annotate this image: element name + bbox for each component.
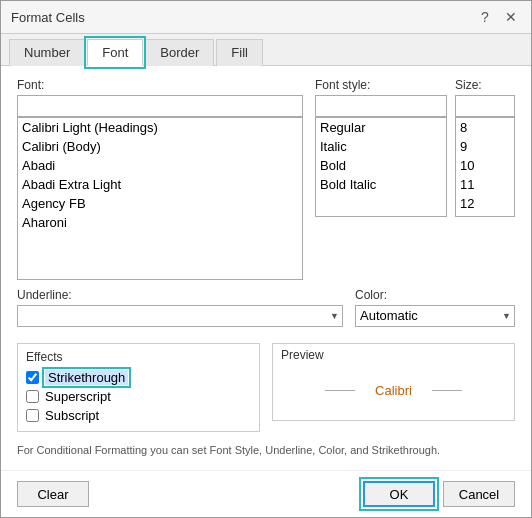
- font-style-list[interactable]: Regular Italic Bold Bold Italic: [315, 117, 447, 217]
- style-item[interactable]: Regular: [316, 118, 446, 137]
- effects-column: Effects Strikethrough Superscript Subscr…: [17, 335, 260, 432]
- tab-content: Font: Calibri Light (Headings) Calibri (…: [1, 66, 531, 470]
- size-item[interactable]: 10: [456, 156, 514, 175]
- preview-text: Calibri: [375, 383, 412, 398]
- underline-label: Underline:: [17, 288, 343, 302]
- tab-fill[interactable]: Fill: [216, 39, 263, 66]
- tab-border[interactable]: Border: [145, 39, 214, 66]
- dialog-title: Format Cells: [11, 10, 85, 25]
- size-input[interactable]: [455, 95, 515, 117]
- font-item[interactable]: Abadi Extra Light: [18, 175, 302, 194]
- cancel-button[interactable]: Cancel: [443, 481, 515, 507]
- style-size-top: Font style: Regular Italic Bold Bold Ita…: [315, 78, 515, 217]
- button-row: Clear OK Cancel: [1, 470, 531, 517]
- font-style-label: Font style:: [315, 78, 447, 92]
- info-text: For Conditional Formatting you can set F…: [17, 442, 515, 459]
- strikethrough-row: Strikethrough: [26, 368, 251, 387]
- tab-number[interactable]: Number: [9, 39, 85, 66]
- underline-color-row: Underline: Single Double Color: Automati…: [17, 288, 515, 327]
- font-style-column: Font style: Regular Italic Bold Bold Ita…: [315, 78, 447, 217]
- effects-preview-row: Effects Strikethrough Superscript Subscr…: [17, 335, 515, 432]
- title-bar-buttons: ? ✕: [475, 7, 521, 27]
- style-size-column: Font style: Regular Italic Bold Bold Ita…: [315, 78, 515, 280]
- color-select[interactable]: Automatic Black Red: [355, 305, 515, 327]
- style-item[interactable]: Bold: [316, 156, 446, 175]
- style-item[interactable]: Bold Italic: [316, 175, 446, 194]
- font-label: Font:: [17, 78, 303, 92]
- font-input[interactable]: [17, 95, 303, 117]
- ok-button[interactable]: OK: [363, 481, 435, 507]
- font-column: Font: Calibri Light (Headings) Calibri (…: [17, 78, 303, 280]
- font-item[interactable]: Calibri (Body): [18, 137, 302, 156]
- format-cells-dialog: Format Cells ? ✕ Number Font Border Fill…: [0, 0, 532, 518]
- size-column: Size: 8 9 10 11 12 14: [455, 78, 515, 217]
- tab-bar: Number Font Border Fill: [1, 34, 531, 66]
- preview-line-left: [325, 390, 355, 391]
- superscript-label[interactable]: Superscript: [45, 389, 111, 404]
- size-item[interactable]: 9: [456, 137, 514, 156]
- tab-font[interactable]: Font: [87, 39, 143, 66]
- subscript-label[interactable]: Subscript: [45, 408, 99, 423]
- superscript-checkbox[interactable]: [26, 390, 39, 403]
- font-item[interactable]: Aharoni: [18, 213, 302, 232]
- font-item[interactable]: Agency FB: [18, 194, 302, 213]
- size-list[interactable]: 8 9 10 11 12 14: [455, 117, 515, 217]
- color-column: Color: Automatic Black Red: [355, 288, 515, 327]
- underline-select[interactable]: Single Double: [17, 305, 343, 327]
- subscript-row: Subscript: [26, 406, 251, 425]
- size-item[interactable]: 14: [456, 213, 514, 217]
- size-item[interactable]: 12: [456, 194, 514, 213]
- effects-box: Effects Strikethrough Superscript Subscr…: [17, 343, 260, 432]
- close-button[interactable]: ✕: [501, 7, 521, 27]
- size-item[interactable]: 8: [456, 118, 514, 137]
- style-item[interactable]: Italic: [316, 137, 446, 156]
- color-label: Color:: [355, 288, 515, 302]
- subscript-checkbox[interactable]: [26, 409, 39, 422]
- strikethrough-label[interactable]: Strikethrough: [45, 370, 128, 385]
- font-row: Font: Calibri Light (Headings) Calibri (…: [17, 78, 515, 280]
- preview-line-right: [432, 390, 462, 391]
- font-list[interactable]: Calibri Light (Headings) Calibri (Body) …: [17, 117, 303, 280]
- underline-select-wrapper: Single Double: [17, 305, 343, 327]
- strikethrough-checkbox[interactable]: [26, 371, 39, 384]
- font-item[interactable]: Calibri Light (Headings): [18, 118, 302, 137]
- preview-label: Preview: [281, 348, 506, 362]
- title-bar: Format Cells ? ✕: [1, 1, 531, 34]
- preview-box-container: Preview Calibri: [272, 343, 515, 421]
- preview-display: Calibri: [281, 366, 506, 416]
- effects-label: Effects: [26, 350, 251, 364]
- size-item[interactable]: 11: [456, 175, 514, 194]
- size-label: Size:: [455, 78, 515, 92]
- preview-column: Preview Calibri: [272, 335, 515, 432]
- clear-button[interactable]: Clear: [17, 481, 89, 507]
- superscript-row: Superscript: [26, 387, 251, 406]
- underline-column: Underline: Single Double: [17, 288, 343, 327]
- font-item[interactable]: Abadi: [18, 156, 302, 175]
- font-style-input[interactable]: [315, 95, 447, 117]
- help-button[interactable]: ?: [475, 7, 495, 27]
- color-select-wrapper: Automatic Black Red: [355, 305, 515, 327]
